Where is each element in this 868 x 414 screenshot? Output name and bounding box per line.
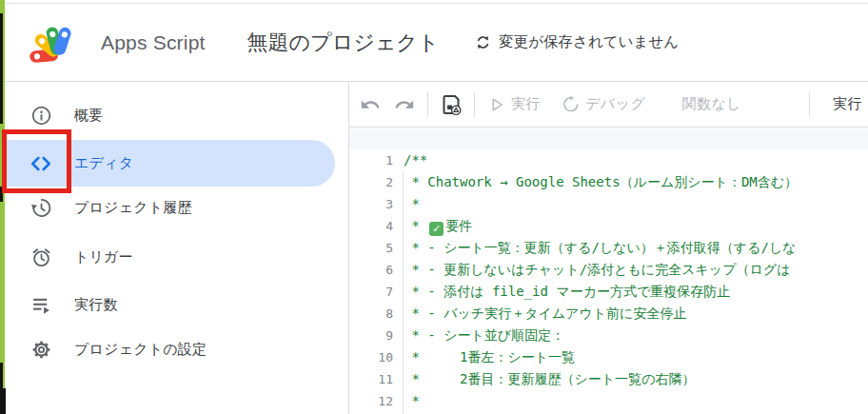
code-text: *	[404, 390, 420, 412]
debug-label: デバッグ	[585, 95, 645, 113]
apps-script-window: Apps Script 無題のプロジェクト 変更が保存されていません 概要	[0, 0, 868, 414]
indent-guide	[403, 171, 404, 414]
code-line[interactable]: 2 * Chatwork → Google Sheets（ルーム別シート：DM含…	[349, 171, 868, 193]
code-line[interactable]: 9 * - シート並び順固定：	[349, 325, 868, 346]
editor-toolbar: 実行 デバッグ 関数なし 実行	[349, 82, 868, 128]
gear-icon	[30, 339, 52, 362]
execution-log-button[interactable]: 実行	[833, 95, 862, 113]
line-number[interactable]: 8	[349, 303, 393, 325]
sidebar-item-label: トリガー	[74, 248, 133, 266]
code-text: * - 添付は file_id マーカー方式で重複保存防止	[404, 281, 730, 303]
annotation-highlight-box	[2, 129, 71, 193]
editor-top-band	[349, 128, 868, 149]
save-status: 変更が保存されていません	[475, 32, 679, 52]
sidebar-item-label: プロジェクト履歴	[74, 199, 192, 217]
code-editor[interactable]: 1/**2 * Chatwork → Google Sheets（ルーム別シート…	[349, 128, 868, 414]
code-line[interactable]: 12 *	[349, 390, 868, 412]
sidebar-divider	[348, 82, 349, 414]
sidebar-item-executions[interactable]: 実行数	[0, 282, 335, 328]
info-icon	[30, 105, 52, 128]
line-number[interactable]: 3	[349, 193, 393, 215]
apps-script-logo-icon[interactable]	[27, 18, 89, 68]
save-status-text: 変更が保存されていません	[499, 32, 679, 52]
line-number[interactable]: 2	[349, 171, 393, 193]
code-line[interactable]: 5 * - シート一覧：更新（する/しない）＋添付取得（する/しな	[349, 237, 868, 259]
run-icon	[488, 96, 505, 113]
code-text: * 1番左：シート一覧	[404, 346, 575, 368]
code-text: *	[404, 193, 420, 215]
toolbar-divider	[474, 92, 475, 117]
line-number[interactable]: 6	[349, 259, 393, 281]
line-number[interactable]: 12	[349, 390, 393, 412]
sidebar-item-label: 概要	[74, 107, 103, 125]
sidebar-item-label: エディタ	[74, 154, 133, 172]
window-top-border	[0, 3, 868, 4]
code-text: * ✓要件	[404, 215, 472, 237]
sidebar-item-label: 実行数	[74, 296, 118, 314]
line-number[interactable]: 11	[349, 368, 393, 390]
code-lines: 1/**2 * Chatwork → Google Sheets（ルーム別シート…	[349, 149, 868, 412]
function-selector[interactable]: 関数なし	[681, 95, 741, 113]
history-icon	[30, 197, 52, 220]
project-title[interactable]: 無題のプロジェクト	[247, 29, 440, 57]
code-line[interactable]: 1/**	[349, 149, 868, 171]
line-number[interactable]: 9	[349, 325, 393, 346]
header-divider	[0, 81, 868, 82]
toolbar-divider	[809, 92, 810, 117]
screen-edge-artifact	[0, 13, 3, 124]
sync-icon	[475, 34, 491, 50]
editor-panel: 実行 デバッグ 関数なし 実行 1/**2 * Chatwork → Googl…	[349, 82, 868, 414]
code-line[interactable]: 8 * - バッチ実行＋タイムアウト前に安全停止	[349, 303, 868, 325]
debug-button[interactable]: デバッグ	[562, 89, 645, 120]
code-line[interactable]: 6 * - 更新しないはチャット/添付ともに完全スキップ（ログは	[349, 259, 868, 281]
alarm-clock-icon	[30, 246, 52, 269]
line-number[interactable]: 7	[349, 281, 393, 303]
debug-icon	[562, 95, 580, 113]
sidebar-item-label: プロジェクトの設定	[74, 341, 207, 359]
code-line[interactable]: 4 * ✓要件	[349, 215, 868, 237]
header: Apps Script 無題のプロジェクト 変更が保存されていません	[0, 4, 868, 81]
code-line[interactable]: 11 * 2番目：更新履歴（シート一覧の右隣）	[349, 368, 868, 390]
undo-button[interactable]	[357, 89, 384, 120]
run-button[interactable]: 実行	[488, 89, 541, 120]
redo-button[interactable]	[391, 89, 418, 120]
code-line[interactable]: 7 * - 添付は file_id マーカー方式で重複保存防止	[349, 281, 868, 303]
sidebar-item-project-settings[interactable]: プロジェクトの設定	[0, 326, 335, 373]
app-name: Apps Script	[101, 31, 206, 54]
line-number[interactable]: 10	[349, 346, 393, 368]
code-line[interactable]: 3 *	[349, 193, 868, 215]
save-project-button[interactable]	[438, 89, 464, 120]
code-text: * - バッチ実行＋タイムアウト前に安全停止	[404, 303, 686, 325]
screen-edge-artifact	[0, 388, 6, 414]
code-text: * Chatwork → Google Sheets（ルーム別シート：DM含む）	[404, 171, 798, 193]
executions-list-icon	[30, 294, 52, 317]
line-number[interactable]: 4	[349, 215, 393, 237]
code-text: * - シート一覧：更新（する/しない）＋添付取得（する/しな	[404, 237, 797, 259]
code-text: * - 更新しないはチャット/添付ともに完全スキップ（ログは	[404, 259, 790, 281]
line-number[interactable]: 1	[349, 149, 393, 171]
code-text: * - シート並び順固定：	[404, 325, 564, 346]
line-number[interactable]: 5	[349, 237, 393, 259]
code-text: /**	[404, 149, 427, 171]
toolbar-divider	[427, 92, 428, 117]
sidebar-item-triggers[interactable]: トリガー	[0, 234, 335, 281]
check-emoji: ✓	[429, 222, 444, 236]
code-line[interactable]: 10 * 1番左：シート一覧	[349, 346, 868, 368]
run-label: 実行	[511, 95, 541, 113]
code-text: * 2番目：更新履歴（シート一覧の右隣）	[404, 368, 695, 390]
